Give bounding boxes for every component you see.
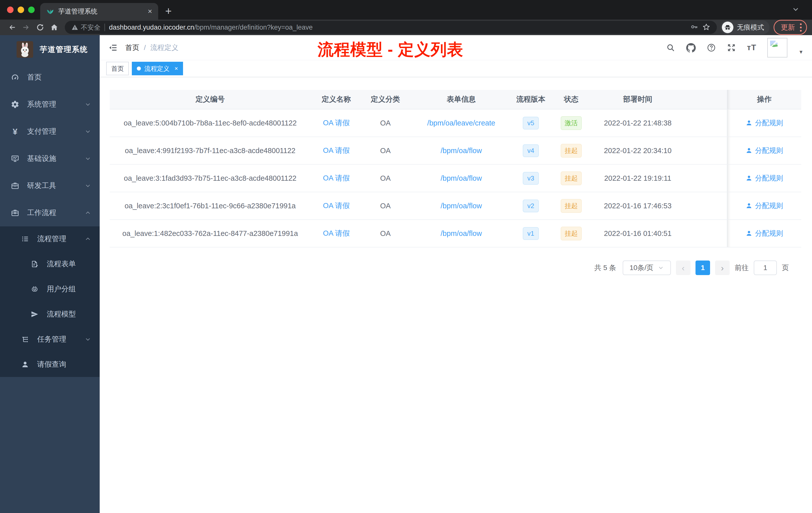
chevron-up-icon [85,210,91,216]
avatar[interactable] [767,38,787,58]
maximize-window-button[interactable] [28,6,35,13]
sidebar-item-task-mgmt[interactable]: 任务管理 [0,327,100,352]
page-1-button[interactable]: 1 [696,261,710,275]
avatar-caret-icon[interactable]: ▼ [799,49,804,55]
form-link[interactable]: /bpm/oa/flow [441,202,482,210]
tag-process-definition[interactable]: 流程定义 × [132,62,183,75]
monitor-icon [10,154,20,163]
status-badge: 挂起 [561,172,582,185]
help-icon[interactable] [707,43,716,52]
definition-name-link[interactable]: OA 请假 [323,146,349,156]
tab-strip: 芋道管理系统 × + [0,0,812,20]
page-size-select[interactable]: 10条/页 [623,261,671,275]
form-link[interactable]: /bpm/oa/flow [441,147,482,155]
reload-icon[interactable] [33,23,47,32]
warning-icon [71,24,78,31]
prev-page-button[interactable]: ‹ [676,261,691,275]
tree-icon [21,335,30,343]
col-header-category: 定义分类 [362,90,409,109]
assign-rule-button[interactable]: 分配规则 [746,229,783,238]
url-bar[interactable]: 不安全 dashboard.yudao.iocoder.cn/bpm/manag… [65,21,717,34]
url-path: /bpm/manager/definition?key=oa_leave [194,24,313,31]
page-size-value: 10条/页 [630,263,654,273]
minimize-window-button[interactable] [18,6,24,13]
close-window-button[interactable] [7,6,13,13]
sidebar-item-payment[interactable]: ¥ 支付管理 [0,118,100,145]
sidebar-item-label: 首页 [27,72,42,82]
table-row: oa_leave:4:991f2193-7b7f-11ec-a3c8-acde4… [110,137,801,164]
definition-id: oa_leave:1:482ec033-762a-11ec-8477-a2380… [110,220,311,247]
workflow-submenu: 流程管理 流程表单 用户分组 流程模型 [0,227,100,377]
back-icon[interactable] [5,23,19,32]
assign-rule-button[interactable]: 分配规则 [746,201,783,211]
goto-label: 前往 [735,263,749,273]
chevron-down-icon [85,101,91,108]
sidebar-item-user-group[interactable]: 用户分组 [0,277,100,302]
status-badge: 挂起 [561,199,582,213]
form-link[interactable]: /bpm/oa/flow [441,174,482,182]
sidebar-item-workflow[interactable]: 工作流程 [0,199,100,227]
form-link[interactable]: /bpm/oa/flow [441,230,482,238]
tag-close-icon[interactable]: × [174,65,178,72]
tab-search-chevron-icon[interactable] [792,5,800,14]
forward-icon[interactable] [19,23,33,32]
definition-category: OA [362,220,409,247]
sidebar-item-infra[interactable]: 基础设施 [0,145,100,172]
col-header-time: 部署时间 [594,90,681,109]
new-tab-button[interactable]: + [165,5,172,17]
bookmark-star-icon[interactable] [702,23,710,32]
sidebar-item-devtools[interactable]: 研发工具 [0,172,100,199]
tab-close-icon[interactable]: × [148,7,152,15]
font-size-icon[interactable]: ᴛT [747,43,756,52]
deploy-time: 2022-01-16 01:40:51 [594,220,681,247]
goto-page-input[interactable] [754,261,777,275]
browser-menu-icon[interactable] [800,23,802,32]
tag-home[interactable]: 首页 [106,62,129,75]
definition-id: oa_leave:3:1fad3d93-7b75-11ec-a3c8-acde4… [110,164,311,192]
sidebar-item-system[interactable]: 系统管理 [0,91,100,118]
sidebar-item-process-form[interactable]: 流程表单 [0,251,100,277]
security-status[interactable]: 不安全 [71,23,100,32]
chevron-down-icon [85,182,91,189]
form-icon [30,260,39,268]
home-icon[interactable] [47,23,61,32]
sidebar-item-process-mgmt[interactable]: 流程管理 [0,227,100,251]
version-badge: v4 [523,144,539,157]
definition-name-link[interactable]: OA 请假 [323,229,349,238]
broken-image-icon [769,39,779,50]
tab-title: 芋道管理系统 [58,7,144,16]
breadcrumb-home[interactable]: 首页 [125,43,139,53]
key-icon[interactable] [690,23,698,32]
browser-tab[interactable]: 芋道管理系统 × [40,3,158,20]
form-link[interactable]: /bpm/oa/leave/create [427,119,495,127]
status-badge: 挂起 [561,227,582,240]
definition-name-link[interactable]: OA 请假 [323,118,349,128]
window-controls[interactable] [7,6,35,13]
url-text[interactable]: dashboard.yudao.iocoder.cn/bpm/manager/d… [109,24,313,31]
sidebar-item-label: 工作流程 [27,208,56,218]
table-row: oa_leave:3:1fad3d93-7b75-11ec-a3c8-acde4… [110,164,801,192]
user-icon [746,230,753,237]
assign-rule-button[interactable]: 分配规则 [746,174,783,183]
fullscreen-icon[interactable] [727,43,736,52]
definition-name-link[interactable]: OA 请假 [323,173,349,183]
assign-rule-button[interactable]: 分配规则 [746,118,783,128]
sidebar-item-home[interactable]: 首页 [0,64,100,91]
search-icon[interactable] [666,43,675,52]
assign-rule-button[interactable]: 分配规则 [746,146,783,155]
chevron-up-icon [85,236,91,242]
gear-icon [10,100,20,109]
sidebar-item-process-model[interactable]: 流程模型 [0,302,100,327]
browser-update-button[interactable]: 更新 [774,20,807,35]
definition-category: OA [362,164,409,192]
sidebar-item-leave-query[interactable]: 请假查询 [0,352,100,377]
sidebar-logo[interactable]: 芋道管理系统 [0,35,100,64]
github-icon[interactable] [686,43,696,53]
sidebar-collapse-icon[interactable] [108,43,118,53]
url-host: dashboard.yudao.iocoder.cn [109,24,194,31]
briefcase-icon [10,209,20,217]
next-page-button[interactable]: › [715,261,730,275]
definition-name-link[interactable]: OA 请假 [323,201,349,211]
filler-cell [681,137,727,164]
user-icon [746,202,753,209]
